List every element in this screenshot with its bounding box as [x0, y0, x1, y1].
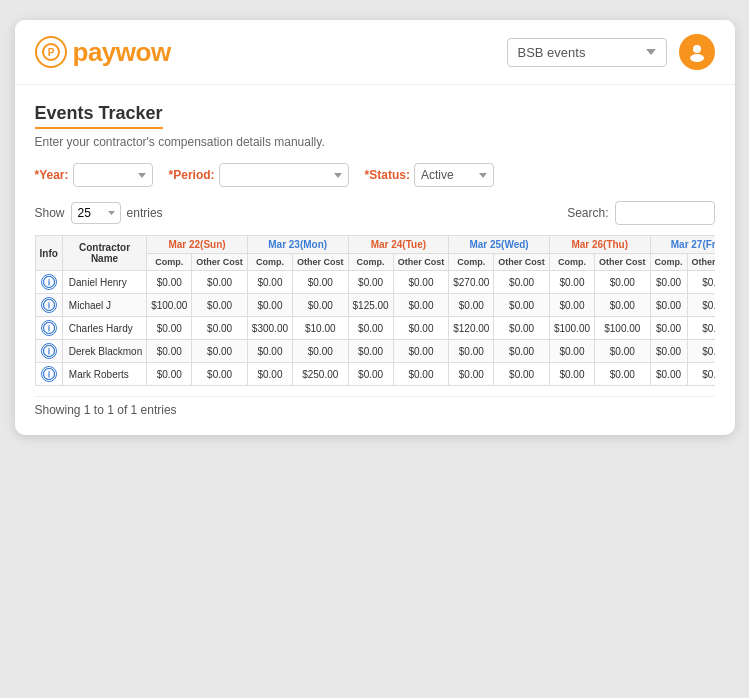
th-contractor: ContractorName: [62, 236, 146, 271]
info-cell: [35, 340, 62, 363]
page-subtitle: Enter your contractor's compensation det…: [35, 135, 715, 149]
th-mar24-comp: Comp.: [348, 254, 393, 271]
user-avatar[interactable]: [679, 34, 715, 70]
money-cell: $0.00: [449, 363, 494, 386]
money-cell: $0.00: [393, 294, 449, 317]
status-select[interactable]: Active Inactive: [414, 163, 494, 187]
table-row: Daniel Henry$0.00$0.00$0.00$0.00$0.00$0.…: [35, 271, 715, 294]
money-cell: $0.00: [247, 271, 292, 294]
th-mar27-comp: Comp.: [650, 254, 687, 271]
money-cell: $0.00: [348, 340, 393, 363]
info-cell: [35, 363, 62, 386]
th-mar24-other: Other Cost: [393, 254, 449, 271]
th-mar25-comp: Comp.: [449, 254, 494, 271]
header-right: BSB events Other Event: [507, 34, 715, 70]
th-info: Info: [35, 236, 62, 271]
header: P paywow BSB events Other Event: [15, 20, 735, 85]
svg-text:P: P: [47, 47, 54, 58]
money-cell: $0.00: [147, 363, 192, 386]
info-icon[interactable]: [41, 274, 57, 290]
money-cell: $0.00: [687, 271, 714, 294]
logo-text: paywow: [73, 37, 171, 68]
money-cell: $0.00: [549, 294, 594, 317]
table-row: Charles Hardy$0.00$0.00$300.00$10.00$0.0…: [35, 317, 715, 340]
money-cell: $120.00: [449, 317, 494, 340]
contractor-name: Derek Blackmon: [62, 340, 146, 363]
show-group: Show 25 10 50 entries: [35, 202, 163, 224]
money-cell: $0.00: [549, 271, 594, 294]
svg-point-3: [690, 54, 704, 62]
money-cell: $0.00: [650, 340, 687, 363]
period-select[interactable]: Period 1 Period 2: [219, 163, 349, 187]
money-cell: $0.00: [192, 271, 248, 294]
status-filter: *Status: Active Inactive: [365, 163, 494, 187]
contractor-name: Daniel Henry: [62, 271, 146, 294]
search-input[interactable]: [615, 201, 715, 225]
page-title: Events Tracker: [35, 103, 163, 129]
entries-label: entries: [127, 206, 163, 220]
money-cell: $0.00: [192, 294, 248, 317]
period-label: *Period:: [169, 168, 215, 182]
info-cell: [35, 271, 62, 294]
info-icon[interactable]: [41, 366, 57, 382]
svg-point-2: [693, 45, 701, 53]
th-mar26: Mar 26(Thu): [549, 236, 650, 254]
th-mar26-other: Other Cost: [595, 254, 651, 271]
money-cell: $100.00: [147, 294, 192, 317]
money-cell: $0.00: [348, 317, 393, 340]
th-mar25-other: Other Cost: [494, 254, 550, 271]
th-mar25: Mar 25(Wed): [449, 236, 550, 254]
th-mar27: Mar 27(Fri): [650, 236, 714, 254]
money-cell: $0.00: [687, 294, 714, 317]
money-cell: $0.00: [449, 294, 494, 317]
money-cell: $0.00: [393, 340, 449, 363]
money-cell: $100.00: [549, 317, 594, 340]
money-cell: $0.00: [549, 363, 594, 386]
th-mar27-other: Other Cost: [687, 254, 714, 271]
money-cell: $0.00: [393, 317, 449, 340]
money-cell: $0.00: [650, 271, 687, 294]
th-mar23-comp: Comp.: [247, 254, 292, 271]
th-mar23-other: Other Cost: [293, 254, 349, 271]
info-icon[interactable]: [41, 320, 57, 336]
table-row: Michael J$100.00$0.00$0.00$0.00$125.00$0…: [35, 294, 715, 317]
logo-icon: P: [35, 36, 67, 68]
show-select[interactable]: 25 10 50: [71, 202, 121, 224]
money-cell: $0.00: [247, 340, 292, 363]
table-row: Mark Roberts$0.00$0.00$0.00$250.00$0.00$…: [35, 363, 715, 386]
money-cell: $0.00: [494, 317, 550, 340]
money-cell: $0.00: [687, 340, 714, 363]
money-cell: $0.00: [687, 317, 714, 340]
th-mar26-comp: Comp.: [549, 254, 594, 271]
money-cell: $0.00: [192, 340, 248, 363]
money-cell: $0.00: [192, 317, 248, 340]
status-label: *Status:: [365, 168, 410, 182]
info-icon[interactable]: [41, 297, 57, 313]
info-icon[interactable]: [41, 343, 57, 359]
money-cell: $0.00: [393, 363, 449, 386]
money-cell: $0.00: [192, 363, 248, 386]
money-cell: $0.00: [595, 363, 651, 386]
period-filter: *Period: Period 1 Period 2: [169, 163, 349, 187]
events-table: Info ContractorName Mar 22(Sun) Mar 23(M…: [35, 235, 715, 386]
money-cell: $0.00: [595, 340, 651, 363]
money-cell: $0.00: [494, 363, 550, 386]
th-mar22-other: Other Cost: [192, 254, 248, 271]
th-mar22: Mar 22(Sun): [147, 236, 248, 254]
money-cell: $0.00: [549, 340, 594, 363]
money-cell: $270.00: [449, 271, 494, 294]
year-label: *Year:: [35, 168, 69, 182]
money-cell: $0.00: [247, 294, 292, 317]
th-mar22-comp: Comp.: [147, 254, 192, 271]
info-cell: [35, 294, 62, 317]
logo-wow: wow: [116, 37, 171, 67]
contractor-name: Michael J: [62, 294, 146, 317]
logo: P paywow: [35, 36, 171, 68]
money-cell: $0.00: [348, 363, 393, 386]
year-select[interactable]: 2024 2023: [73, 163, 153, 187]
contractor-name: Charles Hardy: [62, 317, 146, 340]
money-cell: $0.00: [293, 271, 349, 294]
event-dropdown[interactable]: BSB events Other Event: [507, 38, 667, 67]
logo-pay: pay: [73, 37, 116, 67]
money-cell: $0.00: [147, 271, 192, 294]
